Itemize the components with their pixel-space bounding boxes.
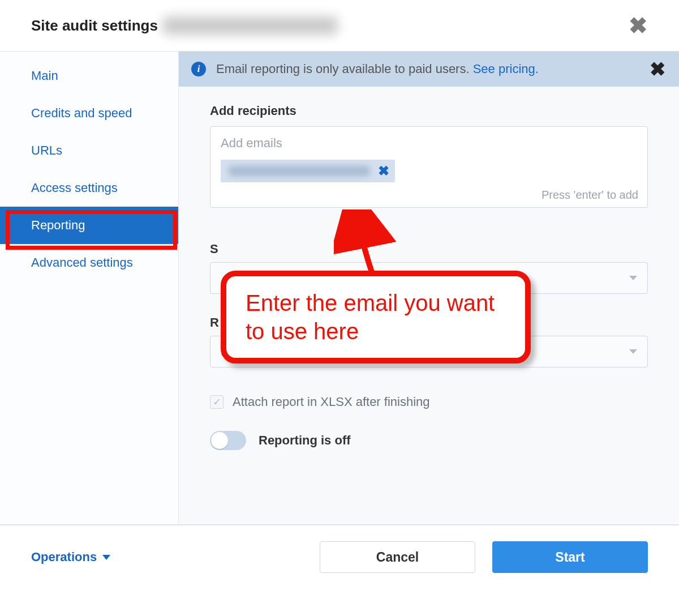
recipient-chip-redacted xyxy=(229,166,370,176)
add-recipients-label: Add recipients xyxy=(210,104,648,118)
recipients-placeholder: Add emails xyxy=(221,136,637,151)
sidebar-item-urls[interactable]: URLs xyxy=(0,132,178,169)
chip-remove-icon[interactable]: ✖ xyxy=(378,164,389,178)
operations-label: Operations xyxy=(31,550,97,564)
info-banner: i Email reporting is only available to p… xyxy=(179,52,679,87)
recipient-chip: ✖ xyxy=(221,160,395,182)
attach-report-row: ✓ Attach report in XLSX after finishing xyxy=(210,395,648,409)
page-title-text: Site audit settings xyxy=(31,17,158,35)
chevron-down-icon xyxy=(629,276,637,280)
info-banner-message: Email reporting is only available to pai… xyxy=(216,62,473,76)
close-icon[interactable]: ✖ xyxy=(629,14,648,37)
info-banner-text: Email reporting is only available to pai… xyxy=(216,62,539,76)
chevron-down-icon xyxy=(629,349,637,354)
see-pricing-link[interactable]: See pricing. xyxy=(473,62,539,76)
toggle-knob xyxy=(211,432,228,449)
footer-buttons: Cancel Start xyxy=(320,541,648,573)
redacted-email xyxy=(162,16,338,35)
chevron-down-icon xyxy=(102,555,110,560)
reporting-toggle[interactable] xyxy=(210,431,246,450)
recipients-hint: Press 'enter' to add xyxy=(542,189,638,202)
operations-dropdown[interactable]: Operations xyxy=(31,550,110,564)
recipients-input[interactable]: Add emails ✖ Press 'enter' to add xyxy=(210,126,648,208)
sidebar-item-main[interactable]: Main xyxy=(0,57,178,95)
info-icon: i xyxy=(191,62,206,76)
reporting-toggle-row: Reporting is off xyxy=(210,431,648,450)
sidebar-item-advanced[interactable]: Advanced settings xyxy=(0,244,178,281)
reporting-toggle-label: Reporting is off xyxy=(259,433,351,448)
start-button[interactable]: Start xyxy=(492,541,648,573)
cancel-button[interactable]: Cancel xyxy=(320,541,475,573)
section-s-label: S xyxy=(210,242,648,256)
sidebar-item-credits[interactable]: Credits and speed xyxy=(0,95,178,132)
sidebar-item-access[interactable]: Access settings xyxy=(0,169,178,207)
annotation-callout: Enter the email you want to use here xyxy=(221,271,531,363)
sidebar-item-reporting[interactable]: Reporting xyxy=(0,207,178,244)
attach-report-checkbox[interactable]: ✓ xyxy=(210,395,224,409)
banner-close-icon[interactable]: ✖ xyxy=(650,58,665,80)
modal-footer: Operations Cancel Start xyxy=(0,525,679,589)
modal-header: Site audit settings ✖ xyxy=(0,0,679,51)
sidebar: Main Credits and speed URLs Access setti… xyxy=(0,52,178,524)
attach-report-label: Attach report in XLSX after finishing xyxy=(233,395,430,409)
page-title: Site audit settings xyxy=(31,16,338,35)
